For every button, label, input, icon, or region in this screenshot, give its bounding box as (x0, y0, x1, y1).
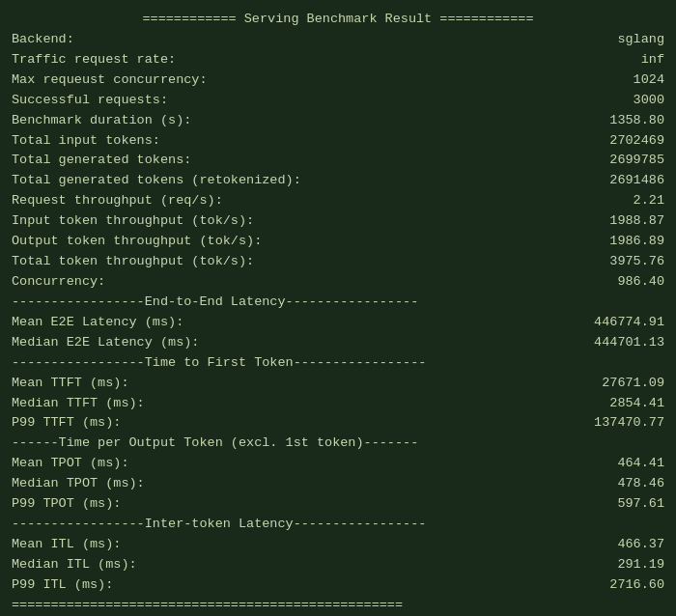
row-value: inf (622, 50, 664, 70)
row-value: 444701.13 (575, 333, 664, 353)
row-label: Traffic request rate: (12, 50, 176, 70)
table-row: Median ITL (ms):291.19 (12, 555, 664, 575)
row-label: Successful requests: (12, 91, 168, 111)
table-row: Total generated tokens:2699785 (12, 151, 664, 171)
table-row: Mean ITL (ms):466.37 (12, 535, 664, 555)
row-label: Median TTFT (ms): (12, 394, 145, 414)
row-label: Output token throughput (tok/s): (12, 232, 262, 252)
row-value: 2699785 (590, 151, 664, 171)
table-row: Median E2E Latency (ms):444701.13 (12, 333, 664, 353)
row-label: P99 TTFT (ms): (12, 413, 121, 434)
table-row: Request throughput (req/s):2.21 (12, 191, 664, 211)
row-label: P99 TPOT (ms): (12, 494, 121, 515)
row-value: 137470.77 (575, 413, 664, 434)
itl-divider: -----------------Inter-token Latency----… (12, 515, 664, 535)
row-label: Median E2E Latency (ms): (12, 333, 199, 353)
table-row: Max requeust concurrency:1024 (12, 70, 664, 91)
row-value: 27671.09 (582, 374, 664, 394)
table-row: Median TTFT (ms):2854.41 (12, 394, 664, 414)
row-value: 464.41 (598, 454, 664, 474)
row-label: Benchmark duration (s): (12, 111, 191, 131)
row-value: 2691486 (590, 171, 664, 191)
row-label: Mean ITL (ms): (12, 535, 121, 555)
title-line: ============ Serving Benchmark Result ==… (12, 10, 664, 30)
row-label: Backend: (12, 30, 74, 50)
row-value: 2716.60 (590, 575, 664, 596)
row-label: Mean E2E Latency (ms): (12, 313, 183, 333)
row-label: Mean TPOT (ms): (12, 454, 129, 474)
e2e-divider: -----------------End-to-End Latency-----… (12, 293, 664, 313)
row-value: 1024 (614, 70, 664, 91)
row-label: P99 ITL (ms): (12, 575, 113, 596)
row-value: sglang (598, 30, 664, 50)
table-row: Input token throughput (tok/s):1988.87 (12, 211, 664, 232)
row-value: 2.21 (614, 191, 664, 211)
row-label: Median TPOT (ms): (12, 474, 145, 494)
row-label: Median ITL (ms): (12, 555, 137, 575)
table-row: Median TPOT (ms):478.46 (12, 474, 664, 494)
row-label: Input token throughput (tok/s): (12, 211, 254, 232)
table-row: Backend:sglang (12, 30, 664, 50)
row-label: Total generated tokens (retokenized): (12, 171, 301, 191)
row-label: Total input tokens: (12, 131, 160, 152)
row-value: 1358.80 (590, 111, 664, 131)
table-row: Total token throughput (tok/s):3975.76 (12, 252, 664, 272)
terminal-output: ============ Serving Benchmark Result ==… (12, 10, 664, 616)
row-value: 986.40 (598, 272, 664, 293)
table-row: Output token throughput (tok/s):1986.89 (12, 232, 664, 252)
row-value: 291.19 (598, 555, 664, 575)
row-value: 1988.87 (590, 211, 664, 232)
table-row: Concurrency:986.40 (12, 272, 664, 293)
table-row: Total input tokens:2702469 (12, 131, 664, 152)
table-row: P99 TPOT (ms):597.61 (12, 494, 664, 515)
row-value: 446774.91 (575, 313, 664, 333)
table-row: Mean E2E Latency (ms):446774.91 (12, 313, 664, 333)
table-row: Benchmark duration (s):1358.80 (12, 111, 664, 131)
row-label: Max requeust concurrency: (12, 70, 208, 91)
bottom-divider: ========================================… (12, 596, 664, 616)
row-value: 2702469 (590, 131, 664, 152)
row-label: Total token throughput (tok/s): (12, 252, 254, 272)
table-row: Successful requests:3000 (12, 91, 664, 111)
row-value: 2854.41 (590, 394, 664, 414)
row-value: 478.46 (598, 474, 664, 494)
table-row: P99 ITL (ms):2716.60 (12, 575, 664, 596)
table-row: Mean TTFT (ms):27671.09 (12, 374, 664, 394)
tpot-divider: ------Time per Output Token (excl. 1st t… (12, 434, 664, 454)
row-value: 1986.89 (590, 232, 664, 252)
table-row: P99 TTFT (ms):137470.77 (12, 413, 664, 434)
row-label: Mean TTFT (ms): (12, 374, 129, 394)
ttft-divider: -----------------Time to First Token----… (12, 353, 664, 374)
row-value: 597.61 (598, 494, 664, 515)
row-label: Total generated tokens: (12, 151, 191, 171)
row-value: 3000 (614, 91, 664, 111)
table-row: Total generated tokens (retokenized):269… (12, 171, 664, 191)
table-row: Traffic request rate:inf (12, 50, 664, 70)
row-label: Request throughput (req/s): (12, 191, 223, 211)
table-row: Mean TPOT (ms):464.41 (12, 454, 664, 474)
row-label: Concurrency: (12, 272, 105, 293)
row-value: 3975.76 (590, 252, 664, 272)
row-value: 466.37 (598, 535, 664, 555)
